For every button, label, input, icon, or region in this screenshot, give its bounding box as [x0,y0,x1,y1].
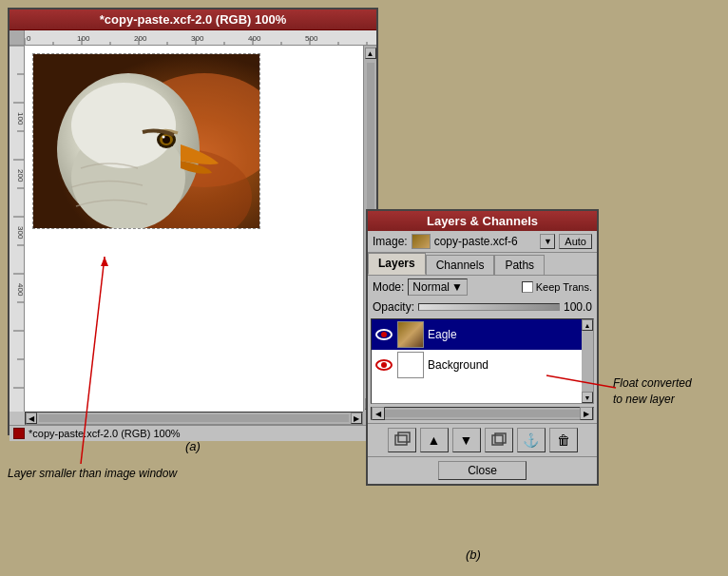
horizontal-scrollbar-row: ◀ ▶ [25,412,376,425]
image-window-titlebar: *copy-paste.xcf-2.0 (RGB) 100% [10,10,376,30]
close-button[interactable]: Close [438,461,527,480]
scroll-track-h [39,414,349,422]
layer-thumb-background [397,352,424,378]
svg-text:500: 500 [305,34,318,43]
statusbar-text: *copy-paste.xcf-2.0 (RGB) 100% [29,428,181,439]
ruler-vertical: 100 200 300 400 [10,46,25,412]
layers-titlebar: Layers & Channels [368,211,597,231]
keep-trans-checkbox[interactable] [522,281,533,293]
svg-text:200: 200 [16,169,25,182]
svg-text:100: 100 [77,34,90,43]
mode-dropdown[interactable]: Normal ▼ [408,278,468,296]
svg-text:0: 0 [27,34,31,43]
layers-scroll-track-h [385,410,580,417]
svg-point-46 [163,136,165,139]
layers-closebar: Close [368,456,597,484]
layers-scroll-right[interactable]: ▶ [580,407,593,420]
mode-dropdown-arrow: ▼ [451,280,463,294]
scroll-up-button[interactable]: ▲ [365,48,376,59]
tab-paths[interactable]: Paths [494,255,545,275]
layers-list: Eagle Background ▲ ▼ [371,318,594,404]
layers-scroll-left[interactable]: ◀ [372,407,385,420]
layer-thumb-eagle [397,321,424,348]
horizontal-scrollbar[interactable]: ◀ ▶ [25,412,363,425]
ruler-corner [10,30,25,46]
layer-row-background[interactable]: Background [372,350,593,380]
svg-text:400: 400 [248,34,261,43]
raise-layer-button[interactable]: ▲ [420,428,449,452]
keep-trans-label: Keep Trans. [536,281,592,293]
delete-layer-button[interactable]: 🗑 [549,428,578,452]
svg-rect-48 [398,432,410,442]
mode-value: Normal [412,280,450,294]
opacity-label: Opacity: [373,300,414,314]
tab-channels[interactable]: Channels [426,255,495,275]
auto-button[interactable]: Auto [559,234,592,249]
layer-name-eagle: Eagle [428,328,590,341]
layers-scroll-up[interactable]: ▲ [582,319,593,331]
svg-text:400: 400 [16,283,25,297]
eagle-image [32,53,260,229]
anchor-layer-button[interactable]: ⚓ [517,428,546,452]
layers-title: Layers & Channels [427,214,538,228]
ruler-horizontal: 0 100 200 300 400 500 [25,30,376,46]
svg-text:300: 300 [191,34,204,43]
svg-point-42 [71,83,176,168]
lower-layer-button[interactable]: ▼ [452,428,481,452]
layer-name-background: Background [428,358,590,372]
eye-icon-background[interactable] [374,355,393,374]
duplicate-layer-button[interactable] [485,428,513,452]
image-name: copy-paste.xcf-6 [434,235,537,248]
scroll-left-button[interactable]: ◀ [26,413,37,424]
layers-imagebar: Image: copy-paste.xcf-6 ▼ Auto [368,231,597,253]
image-window: *copy-paste.xcf-2.0 (RGB) 100% 0 100 200… [8,8,378,435]
svg-text:200: 200 [134,34,147,43]
layers-scroll-down[interactable]: ▼ [582,392,593,403]
svg-rect-47 [395,435,407,445]
layers-toolbar: ▲ ▼ ⚓ 🗑 [368,423,597,456]
opacity-slider[interactable] [418,303,560,311]
new-layer-button[interactable] [388,428,416,452]
status-icon [13,428,25,439]
image-label: Image: [373,235,408,248]
tab-layers[interactable]: Layers [368,253,426,275]
image-window-title: *copy-paste.xcf-2.0 (RGB) 100% [100,12,287,27]
layers-tabs: Layers Channels Paths [368,253,597,276]
svg-text:300: 300 [16,226,25,240]
image-dropdown-button[interactable]: ▼ [540,234,555,249]
canvas-area [25,46,363,412]
annotation-a: (a) [185,439,201,453]
layers-modebar: Mode: Normal ▼ Keep Trans. [368,276,597,298]
mode-label: Mode: [373,280,404,294]
canvas-inner [25,46,363,412]
annotation-b: (b) [466,547,481,562]
eye-icon-eagle[interactable] [374,325,393,344]
layers-dialog: Layers & Channels Image: copy-paste.xcf-… [366,209,599,486]
keep-trans-container: Keep Trans. [522,281,592,293]
layer-row-eagle[interactable]: Eagle [372,319,593,350]
annotation-float: Float convertedto new layer [613,375,692,408]
svg-text:100: 100 [16,112,25,125]
layers-list-scrollbar[interactable]: ▲ ▼ [582,319,593,403]
layers-opacitybar: Opacity: 100.0 [368,298,597,316]
opacity-value: 100.0 [564,300,592,314]
image-thumbnail [412,234,431,249]
layers-horizontal-scrollbar[interactable]: ◀ ▶ [371,407,594,420]
scroll-right-button[interactable]: ▶ [351,413,362,424]
annotation-layer-smaller: Layer smaller than image window [8,466,177,482]
